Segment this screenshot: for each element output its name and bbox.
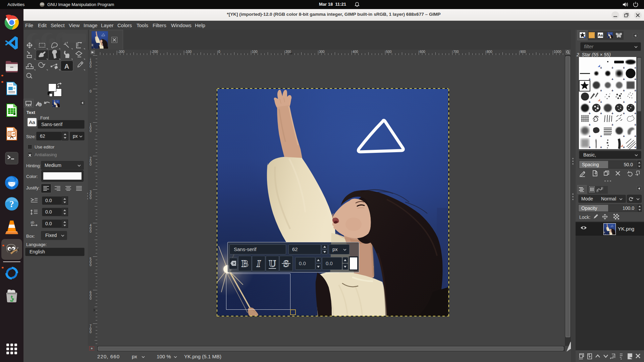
svg-text:+: +	[634, 77, 636, 81]
svg-text:900: 900	[520, 50, 526, 54]
svg-text:+: +	[611, 123, 613, 127]
svg-text:+: +	[634, 112, 636, 115]
svg-text:-100: -100	[185, 50, 192, 54]
svg-text:+: +	[589, 123, 591, 127]
svg-text:0: 0	[90, 230, 92, 233]
svg-text:+: +	[611, 66, 613, 70]
svg-text:+: +	[623, 77, 625, 81]
svg-text:+: +	[634, 100, 636, 104]
svg-text:ab: ab	[31, 221, 35, 224]
svg-text:+: +	[634, 66, 636, 70]
svg-text:+: +	[623, 134, 625, 138]
svg-text:+: +	[589, 77, 591, 81]
svg-text:+: +	[600, 100, 602, 104]
svg-text:+: +	[600, 89, 602, 93]
svg-text:0: 0	[90, 163, 92, 166]
svg-text:?: ?	[9, 199, 14, 209]
svg-text:0: 0	[90, 196, 92, 200]
svg-text:+: +	[589, 145, 591, 149]
svg-text:+: +	[600, 112, 602, 115]
svg-text:+: +	[611, 112, 613, 115]
svg-text:0: 0	[90, 330, 92, 334]
svg-text:0: 0	[90, 297, 92, 300]
svg-text:+: +	[623, 100, 625, 104]
svg-text:+: +	[589, 112, 591, 115]
svg-text:-300: -300	[118, 50, 124, 54]
svg-text:-200: -200	[151, 50, 158, 54]
svg-text:+: +	[611, 89, 613, 93]
svg-text:+: +	[634, 89, 636, 93]
svg-text:+: +	[634, 145, 636, 149]
svg-text:100: 100	[252, 50, 258, 54]
svg-text:0: 0	[90, 89, 92, 93]
svg-text:300: 300	[319, 50, 325, 54]
svg-text:700: 700	[453, 50, 459, 54]
svg-text:0: 0	[90, 263, 92, 267]
svg-text:0: 0	[90, 65, 92, 68]
svg-text:+: +	[589, 100, 591, 104]
svg-text:A: A	[64, 63, 69, 70]
svg-text:0: 0	[90, 129, 92, 133]
svg-text:+: +	[634, 134, 636, 138]
svg-text:+: +	[600, 134, 602, 138]
svg-text:+: +	[623, 66, 625, 70]
svg-text:+: +	[600, 66, 602, 70]
svg-text:1000: 1000	[554, 50, 561, 54]
svg-text:0: 0	[218, 50, 220, 54]
svg-text:i: i	[40, 103, 41, 107]
svg-text:+: +	[634, 123, 636, 127]
svg-text:+: +	[623, 112, 625, 115]
svg-text:+: +	[600, 145, 602, 149]
svg-text:+: +	[589, 134, 591, 138]
svg-text:500: 500	[386, 50, 392, 54]
svg-text:400: 400	[353, 50, 358, 54]
svg-text:600: 600	[420, 50, 425, 54]
svg-text:+: +	[611, 77, 613, 81]
svg-text:+: +	[623, 89, 625, 93]
svg-text:+: +	[623, 145, 625, 149]
svg-text:800: 800	[487, 50, 492, 54]
